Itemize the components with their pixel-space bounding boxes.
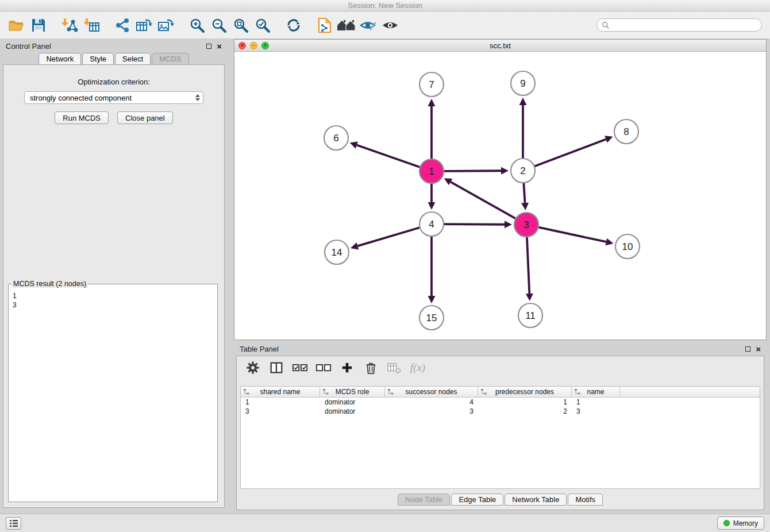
first-neighbors-button[interactable]	[336, 14, 357, 36]
svg-text:8: 8	[623, 126, 629, 137]
criterion-value: strongly connected component	[30, 94, 195, 102]
network-edge[interactable]	[444, 171, 501, 171]
network-edge[interactable]	[523, 183, 525, 203]
close-table-panel-icon[interactable]: ×	[756, 345, 761, 353]
column-header-name[interactable]: name	[572, 387, 620, 397]
tab-style[interactable]: Style	[82, 53, 114, 65]
window-zoom-button[interactable]: +	[261, 42, 269, 49]
column-header-shared-name[interactable]: shared name	[241, 387, 320, 397]
zoom-out-button[interactable]	[208, 14, 230, 36]
select-all-icon	[292, 363, 308, 373]
title-bar: Session: New Session	[0, 0, 770, 11]
clone-network-button[interactable]	[314, 14, 336, 36]
run-mcds-button[interactable]: Run MCDS	[55, 111, 109, 124]
eye-slash-icon	[360, 18, 377, 32]
table-cell: 1	[241, 398, 320, 407]
table-cell: 3	[385, 407, 478, 416]
import-table-button[interactable]	[80, 14, 102, 36]
deselect-all-icon	[315, 363, 332, 373]
network-canvas[interactable]: 7968123414101511	[234, 52, 766, 340]
table-cell: 4	[385, 398, 478, 407]
close-panel-button[interactable]: Close panel	[117, 111, 173, 124]
edge-arrowhead	[505, 221, 512, 228]
save-session-button[interactable]	[28, 14, 49, 36]
zoom-selected-icon	[255, 17, 271, 33]
table-row[interactable]: 3dominator323	[241, 407, 760, 416]
network-node-7[interactable]: 7	[419, 72, 444, 97]
optimization-criterion-label: Optimization criterion:	[3, 78, 224, 86]
tab-motifs[interactable]: Motifs	[568, 494, 603, 506]
network-node-1[interactable]: 1	[419, 159, 444, 183]
float-table-panel-icon[interactable]	[745, 346, 750, 352]
network-edge[interactable]	[527, 237, 529, 294]
tab-select[interactable]: Select	[115, 53, 151, 65]
network-edge[interactable]	[451, 182, 515, 219]
zoom-fit-button[interactable]	[230, 14, 252, 36]
network-edge[interactable]	[444, 224, 505, 225]
network-node-10[interactable]: 10	[615, 234, 640, 259]
new-network-button[interactable]	[111, 14, 133, 36]
tab-edge-table[interactable]: Edge Table	[451, 494, 503, 506]
sort-icon	[387, 388, 394, 395]
network-edge[interactable]	[357, 228, 419, 246]
zoom-fit-icon	[233, 17, 249, 33]
memory-button[interactable]: Memory	[717, 516, 764, 530]
svg-text:2: 2	[520, 165, 525, 176]
tab-mcds[interactable]: MCDS	[152, 53, 188, 65]
select-all-button[interactable]	[291, 359, 309, 376]
window-minimize-button[interactable]: −	[250, 42, 257, 49]
show-column-button[interactable]	[267, 359, 286, 376]
delete-table-button[interactable]	[385, 359, 403, 376]
search-input[interactable]	[613, 21, 757, 29]
network-node-15[interactable]: 15	[419, 306, 444, 330]
gear-icon	[245, 360, 260, 375]
float-panel-icon[interactable]	[206, 44, 211, 49]
network-node-6[interactable]: 6	[324, 126, 348, 150]
export-image-button[interactable]	[155, 14, 177, 36]
edge-arrowhead	[519, 98, 527, 105]
function-builder-button[interactable]: f(x)	[409, 359, 427, 376]
tab-network[interactable]: Network	[38, 53, 81, 65]
sort-icon	[322, 388, 329, 395]
network-node-2[interactable]: 2	[511, 159, 535, 183]
network-node-8[interactable]: 8	[614, 119, 638, 144]
deselect-all-button[interactable]	[314, 359, 333, 376]
column-header-predecessor-nodes[interactable]: predecessor nodes	[478, 387, 572, 397]
import-network-button[interactable]	[59, 14, 80, 36]
close-panel-icon[interactable]: ×	[217, 42, 222, 51]
apply-layout-button[interactable]	[283, 14, 305, 36]
tab-network-table[interactable]: Network Table	[505, 494, 567, 506]
main-toolbar	[0, 11, 770, 39]
search-box[interactable]	[596, 18, 762, 32]
show-details-button[interactable]	[379, 14, 401, 36]
zoom-selected-button[interactable]	[252, 14, 274, 36]
task-history-button[interactable]	[6, 517, 21, 530]
network-edge[interactable]	[535, 139, 606, 166]
delete-entry-button[interactable]	[361, 359, 380, 376]
window-close-button[interactable]: ×	[238, 42, 246, 49]
network-node-4[interactable]: 4	[419, 212, 444, 236]
network-node-11[interactable]: 11	[518, 303, 542, 327]
column-header-successor-nodes[interactable]: successor nodes	[385, 387, 478, 397]
network-edge[interactable]	[539, 228, 606, 242]
zoom-in-button[interactable]	[186, 14, 208, 36]
svg-text:15: 15	[426, 313, 437, 323]
zoom-group	[186, 14, 274, 36]
network-node-9[interactable]: 9	[511, 71, 535, 95]
trash-icon	[365, 361, 377, 375]
criterion-dropdown[interactable]: strongly connected component	[24, 91, 203, 104]
table-row[interactable]: 1dominator411	[241, 398, 760, 407]
layout-group	[283, 14, 305, 36]
network-node-3[interactable]: 3	[514, 213, 538, 237]
hide-details-button[interactable]	[357, 14, 379, 36]
open-file-button[interactable]	[6, 14, 28, 36]
export-table-button[interactable]	[133, 14, 155, 36]
network-edge[interactable]	[357, 145, 419, 167]
add-entry-button[interactable]	[338, 359, 356, 376]
tab-node-table[interactable]: Node Table	[398, 494, 451, 506]
table-settings-button[interactable]	[244, 359, 262, 376]
column-header-mcds-role[interactable]: MCDS role	[320, 387, 385, 397]
plus-icon	[341, 361, 353, 374]
open-folder-icon	[8, 18, 25, 33]
network-node-14[interactable]: 14	[325, 240, 349, 264]
